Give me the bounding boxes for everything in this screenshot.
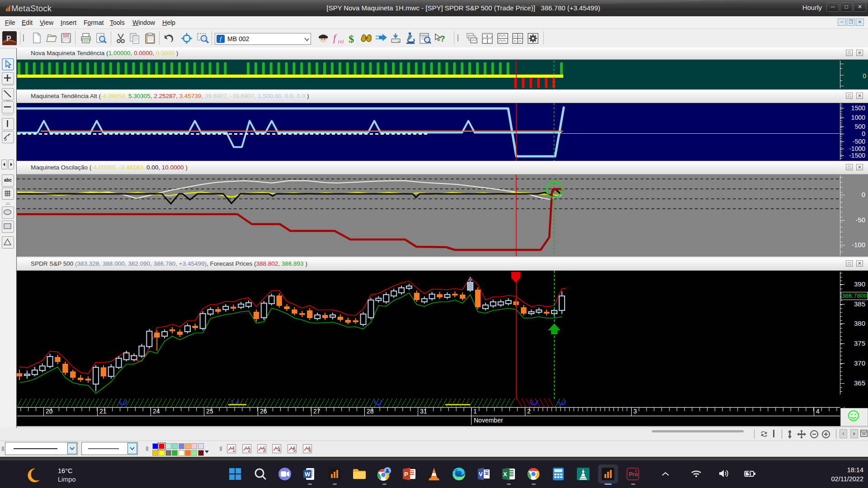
svg-text:27: 27 [313, 408, 321, 415]
svg-text:f: f [333, 33, 337, 43]
svg-text:$: $ [349, 33, 354, 45]
svg-text:4: 4 [816, 408, 820, 415]
svg-text:?: ? [440, 34, 445, 43]
svg-text:November: November [474, 417, 503, 424]
svg-text:1: 1 [473, 408, 477, 415]
svg-text:W: W [305, 471, 311, 478]
svg-text:21: 21 [99, 408, 107, 415]
svg-text:26: 26 [260, 408, 267, 415]
svg-text:31: 31 [420, 408, 427, 415]
svg-text:V: V [479, 471, 483, 478]
svg-text:P: P [6, 35, 11, 42]
svg-text:3: 3 [633, 408, 637, 415]
svg-text:Pro: Pro [629, 471, 638, 478]
svg-text:(x): (x) [338, 38, 344, 44]
svg-text:S: S [4, 137, 7, 141]
svg-text:X: X [503, 471, 507, 478]
svg-text:A: A [468, 276, 472, 282]
svg-text:28: 28 [367, 408, 374, 415]
svg-text:2: 2 [527, 408, 531, 415]
svg-text:P: P [404, 471, 408, 478]
svg-text:20: 20 [46, 408, 53, 415]
svg-text:25: 25 [206, 408, 213, 415]
svg-text:24: 24 [153, 408, 160, 415]
